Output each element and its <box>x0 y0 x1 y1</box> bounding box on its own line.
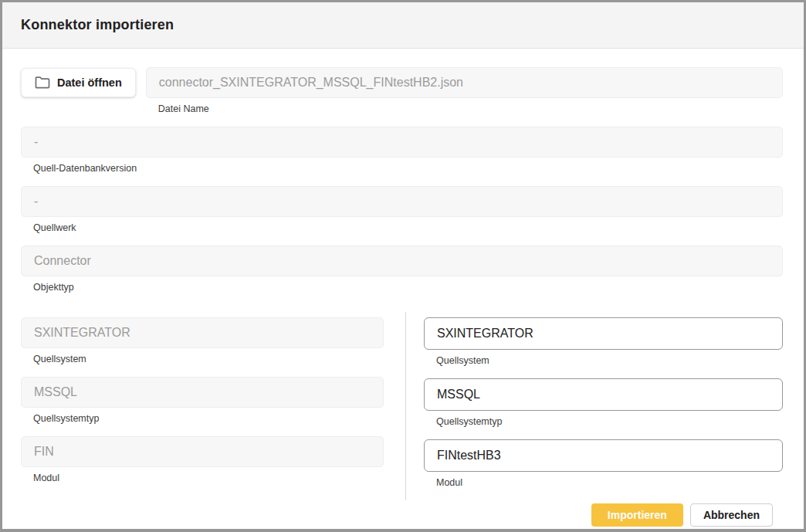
compare-columns: SXINTEGRATOR Quellsystem MSSQL Quellsyst… <box>21 312 783 500</box>
target-module-label: Modul <box>436 477 783 489</box>
source-system-group: SXINTEGRATOR Quellsystem <box>21 317 384 365</box>
source-plant-field: - <box>21 186 783 217</box>
source-system-label: Quellsystem <box>33 354 384 365</box>
source-db-version-label: Quell-Datenbankversion <box>33 163 783 175</box>
target-system-label: Quellsystem <box>436 355 783 367</box>
cancel-button[interactable]: Abbrechen <box>690 503 773 527</box>
dialog-header: Konnektor importieren <box>2 2 804 49</box>
dialog-title: Konnektor importieren <box>21 17 174 33</box>
object-type-label: Objekttyp <box>33 282 783 293</box>
file-name-label: Datei Name <box>158 103 783 115</box>
target-system-input[interactable] <box>424 317 783 350</box>
source-plant-label: Quellwerk <box>33 222 783 234</box>
source-module-field: FIN <box>21 436 384 467</box>
target-module-group: Modul <box>424 439 783 489</box>
file-name-field: connector_SXINTEGRATOR_MSSQL_FINtestHB2.… <box>146 67 783 98</box>
source-system-type-field: MSSQL <box>21 377 384 408</box>
column-divider <box>405 312 406 500</box>
target-system-type-label: Quellsystemtyp <box>436 416 783 428</box>
object-type-field: Connector <box>21 246 783 276</box>
source-db-version-field: - <box>21 127 783 158</box>
import-button[interactable]: Importieren <box>591 503 683 527</box>
target-column: Quellsystem Quellsystemtyp Modul <box>424 312 783 500</box>
dialog-footer: Importieren Abbrechen <box>21 500 783 532</box>
import-connector-dialog: Konnektor importieren Datei öffnen conne… <box>0 0 806 532</box>
target-module-input[interactable] <box>424 439 783 472</box>
source-system-type-label: Quellsystemtyp <box>33 413 384 425</box>
target-system-type-group: Quellsystemtyp <box>424 378 783 428</box>
folder-icon <box>35 76 50 89</box>
db-version-group: - Quell-Datenbankversion <box>21 127 783 175</box>
target-system-type-input[interactable] <box>424 378 783 411</box>
source-module-group: FIN Modul <box>21 436 384 484</box>
file-name-group: connector_SXINTEGRATOR_MSSQL_FINtestHB2.… <box>146 67 783 115</box>
target-system-group: Quellsystem <box>424 317 783 367</box>
object-type-group: Connector Objekttyp <box>21 246 783 293</box>
open-file-button-label: Datei öffnen <box>57 76 122 89</box>
source-column: SXINTEGRATOR Quellsystem MSSQL Quellsyst… <box>21 312 384 500</box>
open-file-button[interactable]: Datei öffnen <box>21 68 136 97</box>
source-system-field: SXINTEGRATOR <box>21 317 384 348</box>
file-row: Datei öffnen connector_SXINTEGRATOR_MSSQ… <box>21 67 783 127</box>
dialog-body: Datei öffnen connector_SXINTEGRATOR_MSSQ… <box>2 49 804 532</box>
source-plant-group: - Quellwerk <box>21 186 783 234</box>
source-module-label: Modul <box>33 473 384 484</box>
source-system-type-group: MSSQL Quellsystemtyp <box>21 377 384 425</box>
